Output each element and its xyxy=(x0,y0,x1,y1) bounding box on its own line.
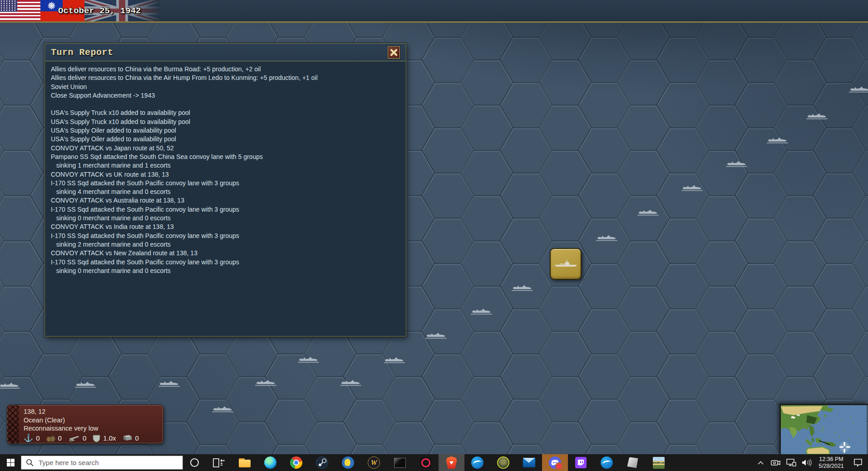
taskbar-app-wow[interactable]: W xyxy=(361,454,387,471)
file-explorer-icon xyxy=(239,458,251,467)
defense-stat: 1.0x xyxy=(93,434,116,443)
report-line: Soviet Union xyxy=(51,83,400,91)
cortana-button[interactable] xyxy=(183,454,206,471)
report-line: CONVOY ATTACK vs UK route at 138, 13 xyxy=(51,170,400,179)
shield-icon xyxy=(93,434,100,442)
taskbar-app-discord[interactable] xyxy=(542,454,568,471)
warplan-icon: WARPLAN xyxy=(653,457,665,469)
terminal-icon xyxy=(394,458,406,468)
steel-stat: 0 xyxy=(123,434,139,443)
brave-icon xyxy=(446,456,457,469)
report-line: I-170 SS Sqd attacked the South Pacific … xyxy=(51,179,400,188)
camera-tray-button[interactable] xyxy=(768,454,784,471)
chevron-up-icon xyxy=(758,461,764,465)
taskbar-app-opera-gx[interactable] xyxy=(413,454,439,471)
close-button[interactable] xyxy=(388,46,400,59)
clock-time: 12:36 PM xyxy=(814,456,848,463)
action-center-button[interactable] xyxy=(848,454,868,471)
dialog-title: Turn Report xyxy=(51,47,113,58)
report-line: Close Support Advancement -> 1943 xyxy=(51,91,400,100)
report-line: USA's Supply Oiler added to availability… xyxy=(51,126,400,135)
paint3d-icon xyxy=(627,457,638,468)
edge-icon xyxy=(264,456,276,469)
battlenet-icon xyxy=(471,456,483,469)
notification-badge xyxy=(555,462,563,470)
report-line: sinking 4 merchant marine and 0 escorts xyxy=(51,188,400,196)
taskbar-app-mail[interactable] xyxy=(516,454,542,471)
taskbar-app-battlenet-2[interactable] xyxy=(594,454,620,471)
report-line: Pampano SS Sqd attacked the South China … xyxy=(51,153,400,161)
report-line: CONVOY ATTACK vs Japan route at 50, 52 xyxy=(51,144,400,153)
system-tray: 12:36 PM 5/28/2021 xyxy=(753,454,868,471)
report-line: USA's Supply Truck x10 added to availabi… xyxy=(51,109,400,117)
tile-terrain: Ocean (Clear) xyxy=(24,416,145,425)
turn-report-text: Allies deliver resources to China via th… xyxy=(45,61,406,279)
supplies-icon xyxy=(46,434,55,442)
dialog-header: Turn Report xyxy=(45,44,406,61)
taskbar-app-twitch[interactable] xyxy=(568,454,594,471)
taskbar-app-terminal[interactable] xyxy=(387,454,413,471)
top-status-bar: October 25, 1942 xyxy=(0,0,868,23)
taskbar-app-edge[interactable] xyxy=(257,454,283,471)
report-line: USA's Supply Oiler added to availability… xyxy=(51,135,400,144)
volume-tray-button[interactable] xyxy=(799,454,814,471)
mail-icon xyxy=(523,458,535,467)
opera-gx-icon xyxy=(420,457,432,469)
taskbar-app-chrome[interactable] xyxy=(283,454,309,471)
task-view-icon xyxy=(213,458,225,468)
taskbar-app-warplan[interactable]: WARPLAN xyxy=(646,454,671,471)
tile-reconnaissance: Reconnaissance very low xyxy=(24,424,145,433)
network-tray-button[interactable] xyxy=(784,454,799,471)
windows-taskbar: W xyxy=(0,454,868,471)
taskbar-app-game-avatar[interactable] xyxy=(490,454,516,471)
taskbar-app-file-explorer[interactable] xyxy=(232,454,257,471)
avatar-icon xyxy=(497,456,509,469)
hidden-icons-button[interactable] xyxy=(753,454,768,471)
twitch-icon xyxy=(575,457,587,468)
twitch-glyph xyxy=(577,459,584,466)
search-input[interactable] xyxy=(38,458,171,467)
artillery-stat: 0 xyxy=(68,434,86,443)
speaker-icon xyxy=(802,459,812,466)
submarine-unit-counter[interactable] xyxy=(550,248,582,280)
taskbar-app-task-view[interactable] xyxy=(206,454,232,471)
close-icon xyxy=(390,49,398,56)
report-line xyxy=(51,100,400,109)
steam-icon xyxy=(316,456,328,469)
desktop-screen: October 25, 1942 Turn Report Allies deli… xyxy=(0,0,868,471)
artillery-icon xyxy=(68,435,80,442)
action-center-icon xyxy=(853,459,863,467)
start-button[interactable] xyxy=(0,454,21,471)
turn-report-dialog: Turn Report Allies deliver resources to … xyxy=(44,43,406,337)
taskbar-clock[interactable]: 12:36 PM 5/28/2021 xyxy=(814,456,848,470)
search-icon xyxy=(26,459,34,466)
windows-logo-icon xyxy=(7,459,15,466)
taskbar-app-brave[interactable] xyxy=(439,454,464,471)
tile-info-panel: 138, 12 Ocean (Clear) Reconnaissance ver… xyxy=(7,405,163,444)
submarine-icon xyxy=(553,258,578,270)
taskbar-app-paint3d[interactable] xyxy=(620,454,646,471)
anchor-icon: ⚓ xyxy=(24,434,33,442)
stat-value: 0 xyxy=(58,434,62,443)
report-line: I-170 SS Sqd attacked the South Pacific … xyxy=(51,258,400,267)
taskbar-app-fallout[interactable] xyxy=(335,454,361,471)
panel-edge-decoration xyxy=(7,405,19,443)
report-line: sinking 2 merchant marine and 0 escorts xyxy=(51,240,400,249)
minimap[interactable] xyxy=(779,404,868,456)
stat-value: 0 xyxy=(135,434,139,443)
discord-icon xyxy=(549,456,561,469)
report-line: I-170 SS Sqd attacked the South Pacific … xyxy=(51,232,400,240)
cortana-icon xyxy=(190,458,199,467)
report-line: USA's Supply Truck x10 added to availabi… xyxy=(51,118,400,126)
stat-value: 0 xyxy=(36,434,39,443)
taskbar-app-battlenet[interactable] xyxy=(464,454,490,471)
tile-stats-row: ⚓ 0 0 0 xyxy=(24,434,145,443)
display-network-icon xyxy=(786,459,796,466)
naval-stat: ⚓ 0 xyxy=(24,434,40,443)
report-line: CONVOY ATTACK vs India route at 138, 13 xyxy=(51,223,400,231)
clock-date: 5/28/2021 xyxy=(814,463,848,470)
chrome-icon xyxy=(290,456,302,469)
report-line: sinking 0 merchant marine and 0 escorts xyxy=(51,267,400,275)
taskbar-app-steam[interactable] xyxy=(309,454,335,471)
report-line: Allies deliver resources to China via th… xyxy=(51,74,400,82)
